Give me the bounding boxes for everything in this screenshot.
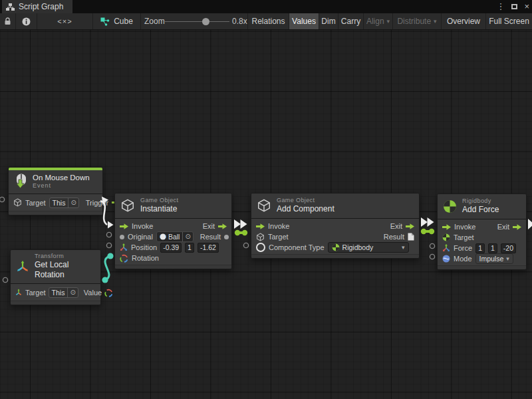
script-graph-window: Script Graph ⋮ × <×> bbox=[0, 0, 532, 399]
original-row: Original Ball ⊙ Result bbox=[115, 231, 231, 242]
view-button-dim[interactable]: Dim bbox=[319, 13, 338, 29]
overview-button[interactable]: Overview bbox=[442, 13, 486, 29]
node-footer bbox=[438, 265, 526, 269]
target-value[interactable]: This bbox=[50, 198, 68, 207]
force-y-field[interactable]: 1 bbox=[488, 243, 497, 253]
force-label: Force bbox=[454, 244, 472, 252]
node-footer bbox=[11, 301, 100, 305]
node-footer bbox=[115, 265, 231, 269]
node-instantiate[interactable]: Game Object Instantiate Invoke Exit Orig… bbox=[114, 193, 232, 269]
component-type-row: Component Type Rigidbody ▾ bbox=[251, 242, 419, 253]
invoke-label: Invoke bbox=[268, 222, 289, 230]
invoke-port-icon[interactable] bbox=[442, 224, 451, 230]
position-y-field[interactable]: 1 bbox=[185, 243, 194, 253]
view-button-relations[interactable]: Relations bbox=[247, 13, 289, 29]
position-row: Position -0.39 1 -1.62 bbox=[115, 242, 231, 253]
target-label: Target bbox=[268, 233, 289, 241]
chevron-down-icon: ▾ bbox=[402, 244, 405, 251]
invoke-port-icon[interactable] bbox=[256, 223, 265, 229]
lock-button[interactable] bbox=[0, 13, 16, 29]
mode-value: Impulse bbox=[479, 255, 504, 263]
target-row: Target bbox=[438, 232, 526, 243]
target-value-chip[interactable]: This ⊙ bbox=[49, 198, 79, 208]
exit-port-icon[interactable] bbox=[406, 223, 414, 229]
target-value[interactable]: This bbox=[49, 288, 68, 297]
invoke-row: Invoke Exit bbox=[438, 221, 526, 232]
values-label: Values bbox=[292, 17, 316, 26]
game-object-icon bbox=[13, 198, 22, 207]
invoke-row: Invoke Exit bbox=[115, 221, 231, 231]
fullscreen-button[interactable]: Full Screen bbox=[486, 13, 532, 29]
document-icon[interactable] bbox=[408, 233, 414, 241]
ball-icon bbox=[160, 233, 166, 240]
rotation-label: Rotation bbox=[132, 254, 159, 262]
invoke-port-icon[interactable] bbox=[120, 223, 128, 229]
node-get-local-rotation[interactable]: Transform Get Local Rotation Target This… bbox=[10, 249, 101, 305]
distribute-button: Distribute ▾ bbox=[393, 13, 442, 29]
info-button[interactable] bbox=[16, 13, 37, 29]
node-footer bbox=[9, 211, 102, 215]
rigidbody-icon bbox=[442, 233, 450, 241]
position-z-field[interactable]: -1.62 bbox=[198, 243, 219, 253]
value-label: Value bbox=[84, 289, 102, 297]
object-picker-icon[interactable]: ⊙ bbox=[68, 198, 78, 207]
game-object-icon bbox=[257, 198, 271, 213]
window-controls: ⋮ × bbox=[496, 0, 529, 13]
original-object-chip[interactable]: Ball ⊙ bbox=[156, 231, 194, 242]
node-title: Get Local Rotation bbox=[35, 260, 95, 280]
node-category: Game Object bbox=[277, 197, 334, 204]
original-value[interactable]: Ball bbox=[168, 232, 180, 241]
vector3-icon bbox=[442, 244, 450, 252]
node-title: Add Force bbox=[462, 205, 499, 215]
mode-row: Mode Impulse ▾ bbox=[438, 253, 526, 264]
node-header: Game Object Add Component bbox=[251, 194, 419, 219]
tab-script-graph[interactable]: Script Graph bbox=[2, 0, 72, 13]
node-header: Transform Get Local Rotation bbox=[11, 250, 100, 284]
target-row: Target This ⊙ Value bbox=[11, 286, 100, 299]
node-header: On Mouse Down Event bbox=[9, 170, 102, 194]
view-button-values[interactable]: Values bbox=[289, 13, 319, 29]
close-icon[interactable]: × bbox=[524, 0, 529, 13]
invoke-row: Invoke Exit bbox=[251, 221, 419, 231]
node-add-force[interactable]: Rigidbody Add Force Invoke Exit Target bbox=[437, 194, 527, 270]
graph-select-label: Cube bbox=[114, 17, 133, 26]
component-type-dropdown[interactable]: Rigidbody ▾ bbox=[328, 242, 409, 253]
mode-dropdown[interactable]: Impulse ▾ bbox=[475, 253, 513, 264]
result-label: Result bbox=[384, 233, 404, 241]
title-bar: Script Graph ⋮ × bbox=[0, 0, 532, 13]
position-x-field[interactable]: -0.39 bbox=[160, 243, 182, 253]
graph-select-button[interactable]: Cube bbox=[93, 13, 141, 29]
view-button-carry[interactable]: Carry bbox=[338, 13, 364, 29]
zoom-label: Zoom bbox=[144, 13, 165, 29]
relations-label: Relations bbox=[251, 17, 285, 26]
zoom-slider-knob[interactable] bbox=[202, 18, 209, 25]
exit-label: Exit bbox=[497, 223, 509, 231]
force-x-field[interactable]: 1 bbox=[475, 243, 485, 253]
object-picker-icon[interactable]: ⊙ bbox=[182, 232, 192, 241]
node-title: Instantiate bbox=[140, 204, 178, 214]
maximize-icon[interactable] bbox=[511, 4, 517, 9]
rotation-icon bbox=[120, 254, 128, 263]
target-value-chip[interactable]: This ⊙ bbox=[49, 287, 78, 298]
component-type-value: Rigidbody bbox=[342, 243, 374, 251]
node-on-mouse-down[interactable]: On Mouse Down Event Target This ⊙ Trigge… bbox=[8, 167, 103, 215]
result-dot-icon[interactable] bbox=[224, 235, 229, 239]
chevron-down-icon: ▾ bbox=[387, 18, 390, 25]
distribute-label: Distribute bbox=[397, 17, 431, 26]
code-toggle-button[interactable]: <×> bbox=[37, 13, 93, 29]
exit-label: Exit bbox=[203, 222, 215, 230]
invoke-label: Invoke bbox=[132, 222, 153, 230]
trigger-label: Trigger bbox=[86, 199, 108, 207]
fullscreen-label: Full Screen bbox=[489, 17, 529, 26]
zoom-slider-track[interactable] bbox=[163, 21, 229, 22]
position-label: Position bbox=[131, 243, 157, 251]
menu-icon[interactable]: ⋮ bbox=[496, 0, 505, 13]
force-z-field[interactable]: -20 bbox=[501, 243, 516, 253]
exit-port-icon[interactable] bbox=[513, 224, 521, 230]
transform-icon bbox=[16, 260, 29, 273]
game-object-icon bbox=[120, 198, 135, 213]
node-add-component[interactable]: Game Object Add Component Invoke Exit Ta… bbox=[251, 193, 420, 259]
exit-port-icon[interactable] bbox=[218, 223, 227, 229]
object-picker-icon[interactable]: ⊙ bbox=[67, 288, 77, 297]
tab-title: Script Graph bbox=[19, 2, 63, 11]
